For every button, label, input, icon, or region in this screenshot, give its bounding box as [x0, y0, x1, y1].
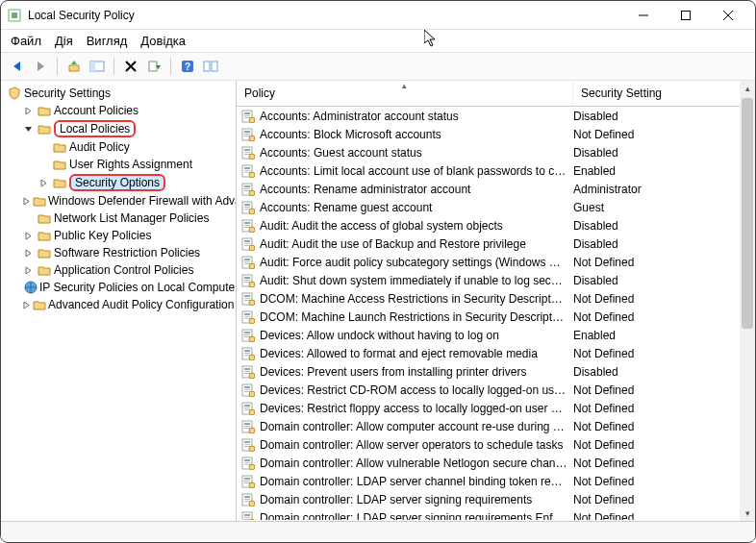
show-tree-button[interactable]	[87, 56, 108, 77]
chevron-right-icon[interactable]	[38, 177, 50, 189]
policy-icon	[240, 346, 256, 361]
back-button[interactable]	[7, 56, 28, 77]
policy-row[interactable]: Domain controller: Allow vulnerable Netl…	[237, 454, 755, 472]
policy-row[interactable]: Accounts: Guest account statusDisabled	[237, 143, 755, 161]
chevron-right-icon[interactable]	[22, 247, 35, 259]
tree-item-account-policies[interactable]: Account Policies	[20, 102, 236, 119]
svg-rect-99	[244, 368, 250, 370]
svg-point-87	[249, 318, 255, 324]
chevron-down-icon[interactable]	[22, 123, 35, 136]
policy-row[interactable]: Devices: Allow undock without having to …	[237, 326, 755, 344]
svg-rect-49	[244, 185, 250, 187]
folder-icon	[37, 103, 52, 118]
policy-name: DCOM: Machine Access Restrictions in Sec…	[260, 292, 573, 306]
policy-row[interactable]: Devices: Allowed to format and eject rem…	[237, 344, 755, 362]
svg-rect-131	[244, 482, 250, 483]
policy-row[interactable]: Domain controller: Allow computer accoun…	[237, 417, 755, 435]
up-button[interactable]	[63, 56, 85, 77]
tree-label: Security Settings	[24, 86, 111, 100]
chevron-right-icon[interactable]	[22, 299, 31, 311]
policy-row[interactable]: Devices: Restrict floppy access to local…	[237, 399, 755, 417]
policy-row[interactable]: Domain controller: LDAP server signing r…	[237, 490, 755, 508]
menu-action[interactable]: Дія	[55, 34, 73, 48]
policy-setting: Administrator	[573, 183, 751, 196]
tree-item-user-rights-assignment[interactable]: User Rights Assignment	[36, 156, 236, 173]
properties-button[interactable]	[200, 56, 221, 77]
policy-row[interactable]: Domain controller: LDAP server channel b…	[237, 472, 755, 490]
menu-view[interactable]: Вигляд	[87, 34, 128, 48]
svg-rect-121	[244, 446, 250, 447]
policy-row[interactable]: Audit: Audit the access of global system…	[237, 216, 755, 234]
svg-rect-66	[244, 245, 250, 246]
svg-rect-41	[244, 154, 250, 155]
tree-item-application-control-policies[interactable]: Application Control Policies	[20, 261, 236, 279]
svg-point-112	[249, 409, 255, 415]
tree-label: Advanced Audit Policy Configuration	[48, 298, 234, 311]
policy-name: Devices: Restrict CD-ROM access to local…	[260, 383, 573, 397]
svg-rect-114	[244, 423, 250, 425]
svg-text:?: ?	[185, 62, 190, 72]
tree-item-local-policies[interactable]: Local Policies	[20, 119, 236, 138]
policy-row[interactable]: Accounts: Rename administrator accountAd…	[237, 180, 755, 198]
maximize-button[interactable]	[665, 1, 707, 30]
policy-row[interactable]: Accounts: Limit local account use of bla…	[237, 161, 755, 180]
scroll-down-button[interactable]: ▾	[740, 506, 755, 521]
policy-row[interactable]: Audit: Force audit policy subcategory se…	[237, 253, 755, 271]
menu-help[interactable]: Довідка	[140, 34, 186, 48]
policy-setting: Disabled	[573, 110, 751, 123]
policy-row[interactable]: Audit: Audit the use of Backup and Resto…	[237, 234, 755, 253]
svg-rect-115	[244, 426, 250, 427]
svg-point-32	[249, 117, 255, 123]
svg-rect-75	[244, 280, 250, 281]
svg-point-82	[249, 300, 255, 306]
policy-row[interactable]: Audit: Shut down system immediately if u…	[237, 271, 755, 289]
forward-button[interactable]	[30, 56, 51, 77]
svg-rect-125	[244, 462, 250, 463]
chevron-right-icon[interactable]	[22, 195, 31, 208]
close-button[interactable]	[707, 1, 749, 30]
column-header-policy[interactable]: ▴ Policy	[237, 81, 573, 106]
policy-row[interactable]: DCOM: Machine Launch Restrictions in Sec…	[237, 308, 755, 326]
tree-label: IP Security Policies on Local Compute	[39, 281, 235, 294]
tree-item-windows-defender-firewall[interactable]: Windows Defender Firewall with Adva	[20, 192, 236, 210]
menu-file[interactable]: Файл	[11, 34, 41, 48]
policy-icon	[240, 474, 256, 489]
separator	[113, 58, 114, 75]
export-button[interactable]	[143, 56, 164, 77]
svg-point-37	[249, 136, 255, 141]
chevron-right-icon[interactable]	[22, 105, 35, 117]
policy-row[interactable]: Devices: Prevent users from installing p…	[237, 362, 755, 381]
folder-icon	[33, 193, 46, 209]
delete-button[interactable]	[120, 56, 141, 77]
policy-icon	[240, 182, 256, 197]
column-header-security-setting[interactable]: Security Setting	[573, 81, 755, 106]
minimize-button[interactable]	[622, 1, 665, 30]
scroll-up-button[interactable]: ▴	[740, 81, 755, 96]
tree-item-audit-policy[interactable]: Audit Policy	[36, 138, 236, 156]
policy-row[interactable]: Accounts: Rename guest accountGuest	[237, 198, 755, 216]
policy-row[interactable]: Devices: Restrict CD-ROM access to local…	[237, 381, 755, 399]
vertical-scrollbar[interactable]: ▴ ▾	[740, 81, 755, 521]
policy-row[interactable]: Domain controller: LDAP server signing r…	[237, 508, 755, 520]
policy-row[interactable]: DCOM: Machine Access Restrictions in Sec…	[237, 289, 755, 308]
policy-row[interactable]: Accounts: Administrator account statusDi…	[237, 107, 755, 125]
tree-item-security-options[interactable]: Security Options	[36, 173, 236, 192]
help-button[interactable]: ?	[177, 56, 198, 77]
svg-rect-140	[244, 517, 250, 518]
tree-root-security-settings[interactable]: Security Settings	[5, 85, 236, 102]
app-icon	[7, 8, 22, 23]
tree-item-public-key-policies[interactable]: Public Key Policies	[20, 227, 236, 244]
scroll-thumb[interactable]	[742, 98, 753, 329]
tree-item-software-restriction-policies[interactable]: Software Restriction Policies	[20, 244, 236, 261]
toolbar: ?	[1, 53, 755, 81]
tree-item-ip-security-policies[interactable]: IP Security Policies on Local Compute	[20, 279, 236, 296]
tree-item-network-list-manager-policies[interactable]: Network List Manager Policies	[20, 210, 236, 227]
tree-item-advanced-audit-policy-configuration[interactable]: Advanced Audit Policy Configuration	[20, 296, 236, 313]
policy-row[interactable]: Accounts: Block Microsoft accountsNot De…	[237, 125, 755, 143]
chevron-right-icon[interactable]	[22, 230, 35, 242]
chevron-right-icon[interactable]	[22, 264, 35, 277]
policy-row[interactable]: Domain controller: Allow server operator…	[237, 435, 755, 454]
svg-point-127	[249, 464, 255, 470]
svg-rect-105	[244, 389, 250, 390]
svg-marker-6	[13, 62, 20, 71]
